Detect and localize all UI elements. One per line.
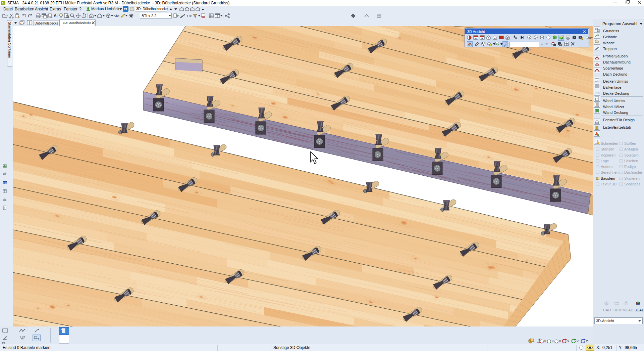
svg-text:A: A (54, 13, 57, 18)
svg-text:x: x (20, 22, 22, 25)
svg-text:S: S (481, 37, 483, 40)
svg-text:3D: 3D (586, 38, 589, 40)
svg-text:FBC: FBC (3, 182, 7, 184)
svg-text:1.31: 1.31 (186, 14, 192, 18)
svg-text:N: N (475, 37, 477, 40)
svg-text:A: A (90, 15, 92, 18)
svg-text:0: 0 (488, 37, 489, 39)
svg-text:S: S (2, 1, 4, 5)
